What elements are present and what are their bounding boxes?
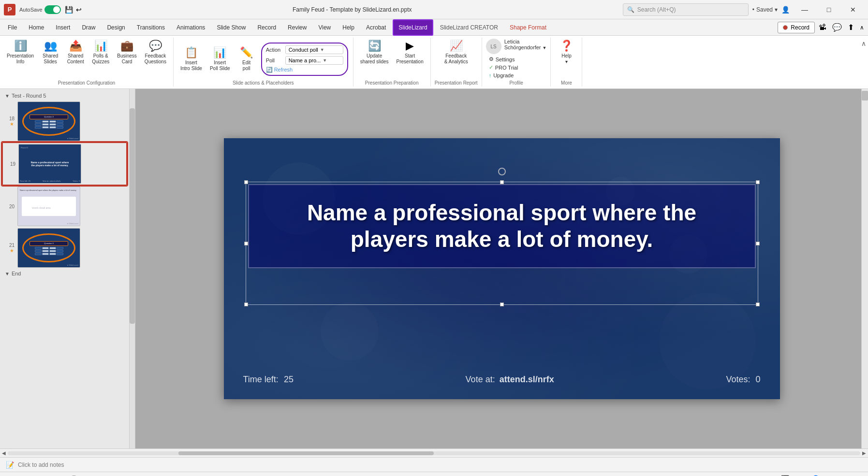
- rotate-handle[interactable]: [498, 168, 506, 175]
- edit-poll-icon: ✏️: [240, 46, 253, 59]
- pro-trial-button[interactable]: ✓ PRO Trial: [489, 64, 518, 71]
- pres-report-content: 📈 Feedback& Analytics: [441, 39, 471, 79]
- start-presentation-button[interactable]: ▶ StartPresentation: [394, 39, 427, 66]
- scroll-right-icon[interactable]: ▶: [862, 450, 866, 456]
- handle-ml[interactable]: [244, 242, 248, 245]
- profile-name[interactable]: Leticia Schörgendorfer ▼: [504, 39, 547, 50]
- poll-chevron-icon: ▼: [323, 58, 327, 63]
- pres-prep-label: Presentation Preparation: [365, 80, 419, 86]
- search-bar[interactable]: 🔍 Search (Alt+Q): [623, 3, 749, 16]
- handle-bl[interactable]: [244, 303, 248, 306]
- settings-area: ⚙ Settings ✓ PRO Trial ↑ Upgrade: [486, 55, 521, 79]
- check-icon: ✓: [489, 64, 493, 71]
- profile-label: Profile: [509, 80, 523, 86]
- update-shared-button[interactable]: 🔄 Updateshared slides: [357, 39, 392, 66]
- insert-intro-label: InsertIntro Slide: [180, 60, 202, 72]
- shared-slides-icon: 👥: [44, 40, 57, 52]
- slide-thumb-21: Question 4: [17, 228, 80, 268]
- votes-value: 0: [755, 375, 760, 384]
- shared-slides-button[interactable]: 👥 SharedSlides: [39, 39, 62, 66]
- tab-help[interactable]: Help: [337, 19, 360, 36]
- slide-canvas[interactable]: Name a professional sport where the play…: [224, 138, 780, 399]
- search-placeholder: Search (Alt+Q): [637, 6, 676, 13]
- tab-home[interactable]: Home: [23, 19, 50, 36]
- slide-actions-content: 📋 InsertIntro Slide 📊 InsertPoll Slide ✏…: [177, 39, 349, 79]
- upgrade-button[interactable]: ↑ Upgrade: [489, 72, 518, 78]
- feedback-questions-button[interactable]: 💬 FeedbackQuestions: [142, 39, 169, 66]
- section-end-header[interactable]: ▼ End: [2, 269, 127, 278]
- tab-insert[interactable]: Insert: [50, 19, 76, 36]
- tab-slidelizard[interactable]: SlideLizard: [393, 19, 433, 36]
- maximize-button[interactable]: □: [818, 2, 840, 17]
- feedback-questions-label: FeedbackQuestions: [145, 53, 166, 65]
- comment-icon[interactable]: 💬: [830, 21, 844, 34]
- slides-scrollbar[interactable]: [130, 89, 135, 448]
- tab-design[interactable]: Design: [101, 19, 131, 36]
- scroll-track[interactable]: [8, 451, 860, 455]
- tab-view[interactable]: View: [312, 19, 337, 36]
- edit-poll-button[interactable]: ✏️ Editpoll: [235, 45, 258, 72]
- help-button[interactable]: ❓ Help▾: [555, 39, 578, 66]
- undo-icon[interactable]: ↩: [76, 6, 82, 14]
- slide-item-19[interactable]: 19 Round 5 Name a professional sport whe…: [2, 142, 127, 186]
- business-card-button[interactable]: 💼 BusinessCard: [114, 39, 140, 66]
- section-test-round5-header[interactable]: ▼ Test - Round 5: [2, 91, 127, 101]
- settings-button[interactable]: ⚙ Settings: [489, 56, 518, 62]
- refresh-button[interactable]: 🔄 Refresh: [266, 67, 343, 73]
- feedback-analytics-icon: 📈: [450, 40, 463, 52]
- tab-transitions[interactable]: Transitions: [131, 19, 171, 36]
- scroll-thumb[interactable]: [178, 451, 434, 455]
- handle-br[interactable]: [756, 303, 760, 306]
- collapse-ribbon-icon[interactable]: ∧: [858, 22, 866, 33]
- minimize-button[interactable]: —: [794, 2, 816, 17]
- tab-slidelizard-creator[interactable]: SlideLizard CREATOR: [434, 19, 504, 36]
- scroll-left-icon[interactable]: ◀: [2, 450, 6, 456]
- slide-item-18[interactable]: 18 ★ Question 4: [2, 101, 127, 142]
- canvas-area: Name a professional sport where the play…: [135, 89, 868, 448]
- ribbon-tabs: File Home Insert Draw Design Transitions…: [0, 19, 868, 36]
- pres-info-button[interactable]: ℹ️ PresentationInfo: [4, 39, 37, 66]
- tab-acrobat[interactable]: Acrobat: [360, 19, 392, 36]
- save-icon: 💾: [65, 6, 73, 14]
- close-button[interactable]: ✕: [842, 2, 864, 17]
- ribbon-group-pres-prep: 🔄 Updateshared slides ▶ StartPresentatio…: [353, 38, 431, 87]
- share-btn-icon[interactable]: ⬆: [846, 21, 856, 34]
- present-icon[interactable]: 📽: [817, 21, 828, 34]
- vote-at-label: Vote at:: [466, 375, 495, 384]
- refresh-icon: 🔄: [266, 67, 273, 73]
- handle-tc[interactable]: [500, 180, 504, 184]
- slide-item-20[interactable]: 20 Name a professional sport where the p…: [2, 186, 127, 227]
- poll-dropdown[interactable]: Name a pro... ▼: [285, 56, 343, 65]
- insert-poll-icon: 📊: [213, 46, 226, 59]
- poll-value: Name a pro...: [289, 58, 321, 63]
- slide-star-18: ★: [10, 121, 15, 127]
- tab-shape-format[interactable]: Shape Format: [504, 19, 552, 36]
- start-presentation-icon: ▶: [406, 40, 414, 52]
- notes-placeholder[interactable]: Click to add notes: [18, 462, 64, 468]
- insert-poll-button[interactable]: 📊 InsertPoll Slide: [207, 45, 233, 72]
- handle-tl[interactable]: [244, 180, 248, 184]
- vote-url: attend.sl/nrfx: [500, 375, 554, 384]
- handle-mr[interactable]: [756, 242, 760, 245]
- autosave-toggle[interactable]: [44, 5, 61, 14]
- insert-intro-button[interactable]: 📋 InsertIntro Slide: [177, 45, 205, 72]
- shared-content-button[interactable]: 📤 SharedContent: [64, 39, 87, 66]
- ribbon-collapse-icon[interactable]: ∧: [861, 40, 866, 47]
- horizontal-scrollbar[interactable]: ◀ ▶: [0, 448, 868, 457]
- record-button[interactable]: Record: [778, 22, 815, 33]
- feedback-analytics-button[interactable]: 📈 Feedback& Analytics: [441, 39, 471, 66]
- slide-question-box[interactable]: Name a professional sport where the play…: [248, 184, 756, 268]
- canvas-right-scrollbar[interactable]: [861, 89, 868, 448]
- tab-review[interactable]: Review: [282, 19, 312, 36]
- slide-item-21[interactable]: 21 ★ Question 4: [2, 227, 127, 269]
- tab-file[interactable]: File: [2, 19, 23, 36]
- action-dropdown[interactable]: Conduct poll ▼: [285, 45, 343, 54]
- handle-bc[interactable]: [500, 303, 504, 306]
- polls-quizzes-button[interactable]: 📊 Polls &Quizzes: [89, 39, 112, 66]
- tab-animations[interactable]: Animations: [171, 19, 211, 36]
- votes-area: Votes: 0: [726, 375, 760, 385]
- tab-draw[interactable]: Draw: [76, 19, 101, 36]
- handle-tr[interactable]: [756, 180, 760, 184]
- tab-record[interactable]: Record: [251, 19, 282, 36]
- tab-slideshow[interactable]: Slide Show: [211, 19, 251, 36]
